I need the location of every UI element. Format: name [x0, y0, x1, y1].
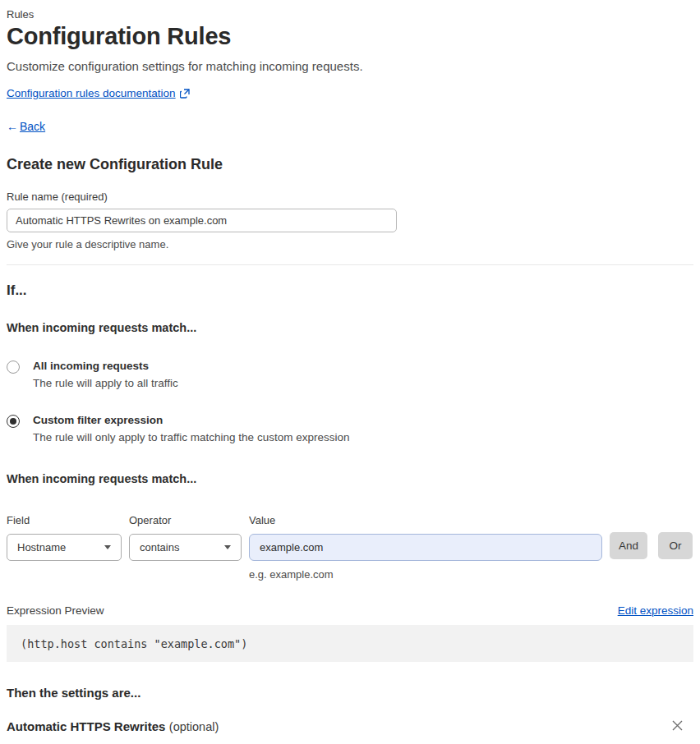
value-input[interactable] [249, 534, 602, 561]
operator-select[interactable]: contains [129, 534, 242, 561]
expression-preview-code: (http.host contains "example.com") [7, 625, 693, 662]
radio-custom-filter-expression[interactable]: Custom filter expression The rule will o… [7, 414, 693, 443]
rule-name-input[interactable] [7, 209, 397, 232]
radio-label: All incoming requests [33, 360, 178, 372]
match-type-radio-group: All incoming requests The rule will appl… [7, 360, 693, 443]
field-select[interactable]: Hostname [7, 534, 122, 561]
operator-label: Operator [129, 514, 242, 526]
radio-description: The rule will only apply to traffic matc… [33, 431, 349, 443]
radio-unselected-icon[interactable] [7, 361, 20, 374]
setting-optional-label: (optional) [169, 720, 219, 733]
create-rule-heading: Create new Configuration Rule [7, 156, 693, 173]
chevron-down-icon [104, 545, 111, 549]
back-link[interactable]: Back [20, 120, 45, 133]
documentation-link[interactable]: Configuration rules documentation [7, 87, 190, 99]
edit-expression-link[interactable]: Edit expression [618, 604, 693, 617]
page-title: Configuration Rules [7, 23, 693, 50]
expression-builder: Field Hostname Operator contains Value A… [7, 514, 693, 581]
expression-preview-label: Expression Preview [7, 604, 104, 617]
back-arrow-icon: ← [7, 120, 18, 133]
radio-description: The rule will apply to all traffic [33, 377, 178, 389]
breadcrumb: Rules [7, 8, 693, 21]
configuration-rules-page: Rules Configuration Rules Customize conf… [0, 0, 700, 744]
operator-select-value: contains [140, 541, 179, 553]
value-help-text: e.g. example.com [249, 568, 693, 581]
radio-label: Custom filter expression [33, 414, 349, 426]
radio-selected-icon[interactable] [7, 415, 20, 428]
value-label: Value [249, 514, 602, 526]
or-button[interactable]: Or [658, 532, 693, 559]
setting-name: Automatic HTTPS Rewrites [7, 719, 165, 733]
page-subtitle: Customize configuration settings for mat… [7, 59, 693, 73]
then-heading: Then the settings are... [7, 686, 693, 700]
remove-setting-button[interactable] [671, 719, 684, 732]
match-type-heading: When incoming requests match... [7, 321, 693, 334]
rule-name-label: Rule name (required) [7, 191, 693, 203]
documentation-link-label: Configuration rules documentation [7, 87, 176, 99]
expression-code-text: (http.host contains "example.com") [21, 637, 247, 650]
external-link-icon [180, 89, 190, 99]
if-heading: If... [7, 282, 693, 299]
field-label: Field [7, 514, 122, 526]
chevron-down-icon [224, 545, 231, 549]
section-divider [7, 264, 693, 265]
expression-builder-heading: When incoming requests match... [7, 472, 693, 485]
close-icon [671, 719, 684, 732]
radio-all-incoming-requests[interactable]: All incoming requests The rule will appl… [7, 360, 693, 389]
rule-name-help: Give your rule a descriptive name. [7, 238, 693, 250]
and-button[interactable]: And [610, 532, 647, 559]
field-select-value: Hostname [17, 541, 66, 553]
